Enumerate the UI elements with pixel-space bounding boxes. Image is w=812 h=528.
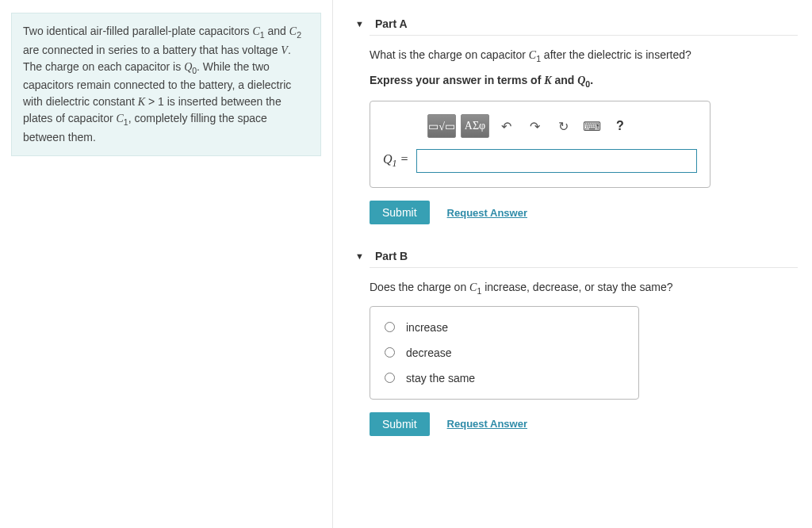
option-increase[interactable]: increase bbox=[381, 315, 627, 340]
part-b-actions: Submit Request Answer bbox=[370, 412, 798, 436]
part-b-options-box: increase decrease stay the same bbox=[370, 306, 639, 400]
part-b-title: Part B bbox=[375, 250, 408, 262]
part-a-answer-box: ▭√▭ ΑΣφ ↶ ↷ ↻ ⌨ ? Q1 = bbox=[370, 101, 710, 188]
submit-button[interactable]: Submit bbox=[370, 201, 430, 224]
answer-label: Q1 = bbox=[383, 152, 408, 170]
caret-down-icon: ▼ bbox=[355, 19, 364, 29]
problem-text: Two identical air-filled parallel-plate … bbox=[23, 25, 301, 143]
request-answer-link[interactable]: Request Answer bbox=[447, 418, 527, 430]
equation-toolbar: ▭√▭ ΑΣφ ↶ ↷ ↻ ⌨ ? bbox=[427, 114, 697, 138]
left-column: Two identical air-filled parallel-plate … bbox=[0, 0, 333, 528]
part-a-instruction: Express your answer in terms of K and Q0… bbox=[370, 74, 798, 89]
part-b-question: Does the charge on C1 increase, decrease… bbox=[370, 279, 798, 298]
part-a-title: Part A bbox=[375, 17, 408, 30]
option-stay-same[interactable]: stay the same bbox=[381, 365, 627, 391]
radio-decrease[interactable] bbox=[385, 347, 395, 358]
part-b-header[interactable]: ▼ Part B bbox=[370, 245, 798, 268]
right-column: ▼ Part A What is the charge on capacitor… bbox=[333, 0, 812, 528]
undo-icon[interactable]: ↶ bbox=[494, 115, 518, 137]
part-a-question: What is the charge on capacitor C1 after… bbox=[370, 47, 798, 66]
answer-input[interactable] bbox=[416, 149, 697, 173]
reset-icon[interactable]: ↻ bbox=[551, 115, 575, 137]
caret-down-icon: ▼ bbox=[355, 251, 364, 261]
help-icon[interactable]: ? bbox=[608, 115, 632, 137]
answer-input-row: Q1 = bbox=[383, 149, 697, 173]
template-button[interactable]: ▭√▭ bbox=[427, 114, 456, 138]
keyboard-icon[interactable]: ⌨ bbox=[580, 115, 603, 137]
page-root: Two identical air-filled parallel-plate … bbox=[0, 0, 812, 528]
part-a-actions: Submit Request Answer bbox=[370, 201, 798, 224]
submit-button[interactable]: Submit bbox=[370, 412, 430, 436]
option-label: decrease bbox=[406, 346, 452, 359]
request-answer-link[interactable]: Request Answer bbox=[447, 207, 527, 219]
radio-stay-same[interactable] bbox=[385, 373, 395, 383]
redo-icon[interactable]: ↷ bbox=[523, 115, 546, 137]
option-decrease[interactable]: decrease bbox=[381, 340, 627, 365]
problem-statement: Two identical air-filled parallel-plate … bbox=[11, 13, 321, 156]
greek-letters-button[interactable]: ΑΣφ bbox=[461, 114, 489, 138]
part-a-header[interactable]: ▼ Part A bbox=[370, 13, 798, 36]
option-label: increase bbox=[406, 321, 448, 334]
radio-increase[interactable] bbox=[385, 322, 395, 332]
option-label: stay the same bbox=[406, 372, 475, 385]
